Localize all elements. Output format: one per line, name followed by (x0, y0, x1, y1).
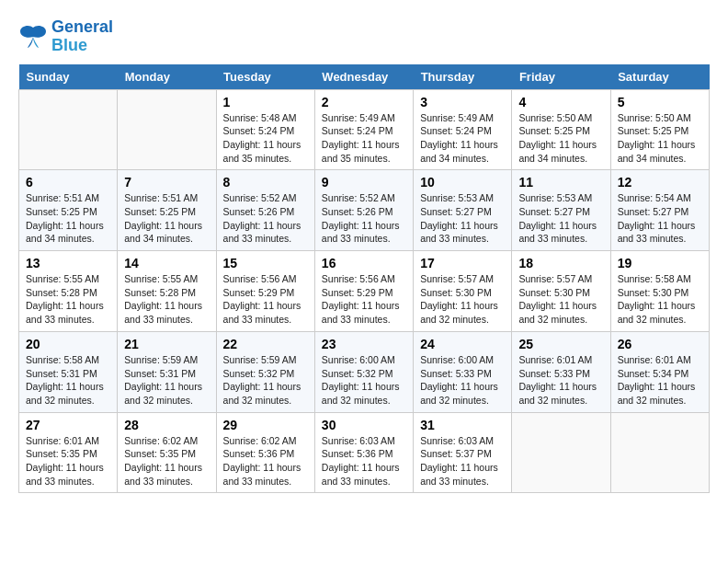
calendar-table: SundayMondayTuesdayWednesdayThursdayFrid… (18, 64, 710, 494)
calendar-cell: 10Sunrise: 5:53 AMSunset: 5:27 PMDayligh… (414, 170, 512, 251)
day-number: 13 (26, 256, 110, 270)
day-number: 23 (322, 337, 406, 351)
day-detail: Sunrise: 5:53 AMSunset: 5:27 PMDaylight:… (420, 191, 505, 246)
day-detail: Sunrise: 5:58 AMSunset: 5:31 PMDaylight:… (26, 353, 110, 408)
day-detail: Sunrise: 6:02 AMSunset: 5:36 PMDaylight:… (223, 434, 308, 488)
calendar-cell (610, 412, 709, 493)
column-header-monday: Monday (118, 64, 216, 90)
calendar-cell: 23Sunrise: 6:00 AMSunset: 5:32 PMDayligh… (314, 331, 413, 412)
day-number: 6 (26, 175, 110, 190)
day-detail: Sunrise: 5:53 AMSunset: 5:27 PMDaylight:… (518, 191, 603, 246)
day-detail: Sunrise: 5:51 AMSunset: 5:25 PMDaylight:… (124, 191, 209, 246)
logo-icon (18, 24, 48, 50)
calendar-cell: 4Sunrise: 5:50 AMSunset: 5:25 PMDaylight… (512, 89, 610, 170)
calendar-cell: 26Sunrise: 6:01 AMSunset: 5:34 PMDayligh… (610, 331, 709, 412)
logo: General Blue (18, 18, 113, 55)
day-detail: Sunrise: 5:48 AMSunset: 5:24 PMDaylight:… (223, 111, 308, 166)
day-detail: Sunrise: 5:52 AMSunset: 5:26 PMDaylight:… (223, 191, 308, 246)
calendar-cell (512, 412, 610, 493)
day-number: 12 (618, 175, 702, 190)
calendar-cell: 27Sunrise: 6:01 AMSunset: 5:35 PMDayligh… (19, 412, 118, 493)
day-number: 11 (518, 175, 603, 190)
day-detail: Sunrise: 6:03 AMSunset: 5:37 PMDaylight:… (420, 434, 505, 488)
day-detail: Sunrise: 5:57 AMSunset: 5:30 PMDaylight:… (518, 272, 603, 327)
calendar-week-row: 27Sunrise: 6:01 AMSunset: 5:35 PMDayligh… (19, 412, 710, 493)
day-number: 27 (26, 418, 110, 432)
calendar-cell: 19Sunrise: 5:58 AMSunset: 5:30 PMDayligh… (610, 251, 709, 332)
day-detail: Sunrise: 5:55 AMSunset: 5:28 PMDaylight:… (124, 272, 209, 327)
day-number: 14 (124, 256, 209, 270)
day-detail: Sunrise: 5:59 AMSunset: 5:32 PMDaylight:… (223, 353, 308, 408)
day-detail: Sunrise: 5:57 AMSunset: 5:30 PMDaylight:… (420, 272, 505, 327)
calendar-cell: 22Sunrise: 5:59 AMSunset: 5:32 PMDayligh… (216, 331, 314, 412)
calendar-cell: 30Sunrise: 6:03 AMSunset: 5:36 PMDayligh… (314, 412, 413, 493)
day-detail: Sunrise: 5:55 AMSunset: 5:28 PMDaylight:… (26, 272, 110, 327)
day-number: 8 (223, 175, 308, 190)
column-header-tuesday: Tuesday (216, 64, 314, 90)
calendar-cell: 20Sunrise: 5:58 AMSunset: 5:31 PMDayligh… (19, 331, 118, 412)
day-detail: Sunrise: 6:00 AMSunset: 5:32 PMDaylight:… (322, 353, 406, 408)
day-detail: Sunrise: 6:03 AMSunset: 5:36 PMDaylight:… (322, 434, 406, 488)
calendar-cell: 18Sunrise: 5:57 AMSunset: 5:30 PMDayligh… (512, 251, 610, 332)
day-number: 17 (420, 256, 505, 270)
column-header-thursday: Thursday (414, 64, 512, 90)
day-number: 21 (124, 337, 209, 351)
calendar-week-row: 6Sunrise: 5:51 AMSunset: 5:25 PMDaylight… (19, 170, 710, 251)
day-number: 7 (124, 175, 209, 190)
column-header-sunday: Sunday (19, 64, 118, 90)
calendar-week-row: 13Sunrise: 5:55 AMSunset: 5:28 PMDayligh… (19, 251, 710, 332)
day-number: 15 (223, 256, 308, 270)
day-number: 9 (322, 175, 406, 190)
day-number: 10 (420, 175, 505, 190)
calendar-cell: 9Sunrise: 5:52 AMSunset: 5:26 PMDaylight… (314, 170, 413, 251)
calendar-cell: 11Sunrise: 5:53 AMSunset: 5:27 PMDayligh… (512, 170, 610, 251)
day-number: 26 (618, 337, 702, 351)
calendar-cell: 7Sunrise: 5:51 AMSunset: 5:25 PMDaylight… (118, 170, 216, 251)
column-header-wednesday: Wednesday (314, 64, 413, 90)
day-detail: Sunrise: 5:59 AMSunset: 5:31 PMDaylight:… (124, 353, 209, 408)
day-detail: Sunrise: 6:01 AMSunset: 5:35 PMDaylight:… (26, 434, 110, 488)
calendar-cell: 15Sunrise: 5:56 AMSunset: 5:29 PMDayligh… (216, 251, 314, 332)
column-header-friday: Friday (512, 64, 610, 90)
day-detail: Sunrise: 5:56 AMSunset: 5:29 PMDaylight:… (322, 272, 406, 327)
page-header: General Blue (18, 18, 710, 55)
column-header-saturday: Saturday (610, 64, 709, 90)
calendar-cell: 16Sunrise: 5:56 AMSunset: 5:29 PMDayligh… (314, 251, 413, 332)
calendar-week-row: 20Sunrise: 5:58 AMSunset: 5:31 PMDayligh… (19, 331, 710, 412)
calendar-cell: 13Sunrise: 5:55 AMSunset: 5:28 PMDayligh… (19, 251, 118, 332)
calendar-cell: 31Sunrise: 6:03 AMSunset: 5:37 PMDayligh… (414, 412, 512, 493)
day-number: 18 (518, 256, 603, 270)
day-detail: Sunrise: 5:58 AMSunset: 5:30 PMDaylight:… (618, 272, 702, 327)
calendar-header-row: SundayMondayTuesdayWednesdayThursdayFrid… (19, 64, 710, 90)
calendar-cell (118, 89, 216, 170)
calendar-cell: 1Sunrise: 5:48 AMSunset: 5:24 PMDaylight… (216, 89, 314, 170)
day-number: 22 (223, 337, 308, 351)
calendar-week-row: 1Sunrise: 5:48 AMSunset: 5:24 PMDaylight… (19, 89, 710, 170)
day-number: 3 (420, 95, 505, 109)
calendar-cell: 25Sunrise: 6:01 AMSunset: 5:33 PMDayligh… (512, 331, 610, 412)
day-number: 24 (420, 337, 505, 351)
calendar-cell: 6Sunrise: 5:51 AMSunset: 5:25 PMDaylight… (19, 170, 118, 251)
calendar-cell: 3Sunrise: 5:49 AMSunset: 5:24 PMDaylight… (414, 89, 512, 170)
calendar-cell: 5Sunrise: 5:50 AMSunset: 5:25 PMDaylight… (610, 89, 709, 170)
day-detail: Sunrise: 5:49 AMSunset: 5:24 PMDaylight:… (322, 111, 406, 166)
day-detail: Sunrise: 5:50 AMSunset: 5:25 PMDaylight:… (518, 111, 603, 166)
day-detail: Sunrise: 6:02 AMSunset: 5:35 PMDaylight:… (124, 434, 209, 488)
day-number: 16 (322, 256, 406, 270)
day-detail: Sunrise: 6:00 AMSunset: 5:33 PMDaylight:… (420, 353, 505, 408)
day-detail: Sunrise: 5:52 AMSunset: 5:26 PMDaylight:… (322, 191, 406, 246)
day-number: 1 (223, 95, 308, 109)
calendar-cell: 14Sunrise: 5:55 AMSunset: 5:28 PMDayligh… (118, 251, 216, 332)
day-number: 4 (518, 95, 603, 109)
day-number: 19 (618, 256, 702, 270)
calendar-cell: 8Sunrise: 5:52 AMSunset: 5:26 PMDaylight… (216, 170, 314, 251)
calendar-cell: 12Sunrise: 5:54 AMSunset: 5:27 PMDayligh… (610, 170, 709, 251)
day-detail: Sunrise: 6:01 AMSunset: 5:34 PMDaylight:… (618, 353, 702, 408)
day-detail: Sunrise: 6:01 AMSunset: 5:33 PMDaylight:… (518, 353, 603, 408)
day-detail: Sunrise: 5:56 AMSunset: 5:29 PMDaylight:… (223, 272, 308, 327)
calendar-cell: 17Sunrise: 5:57 AMSunset: 5:30 PMDayligh… (414, 251, 512, 332)
day-number: 2 (322, 95, 406, 109)
day-number: 30 (322, 418, 406, 432)
day-number: 5 (618, 95, 702, 109)
day-detail: Sunrise: 5:50 AMSunset: 5:25 PMDaylight:… (618, 111, 702, 166)
